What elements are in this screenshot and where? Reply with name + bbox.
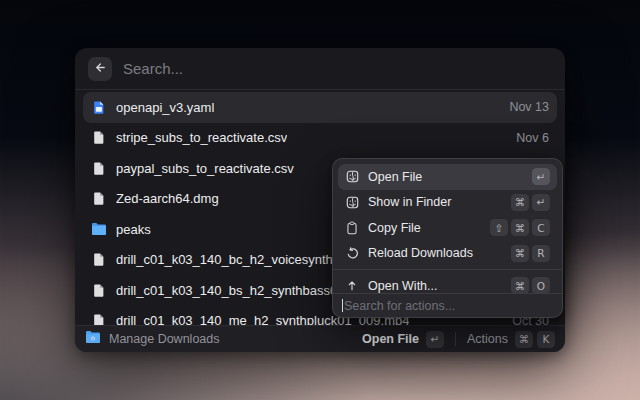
text-caret bbox=[342, 299, 343, 312]
downloads-folder-icon bbox=[85, 330, 101, 348]
menu-item-label: Copy File bbox=[368, 221, 421, 235]
file-name: stripe_subs_to_reactivate.csv bbox=[116, 130, 287, 145]
folder-icon bbox=[91, 221, 107, 237]
shortcut-keycap: R bbox=[532, 245, 550, 262]
statusbar-divider bbox=[455, 332, 456, 346]
file-name: openapi_v3.yaml bbox=[116, 100, 214, 115]
yaml-document-icon bbox=[91, 99, 107, 115]
status-app-label: Manage Downloads bbox=[109, 332, 220, 346]
clipboard-icon bbox=[345, 221, 359, 235]
menu-item-shortcut: ↵ bbox=[532, 168, 550, 185]
reload-icon bbox=[345, 246, 359, 260]
menu-item[interactable]: Show in Finder ⌘↵ bbox=[338, 190, 557, 216]
menu-item[interactable]: Reload Downloads ⌘R bbox=[338, 241, 557, 267]
shortcut-keycap: ⌘ bbox=[511, 219, 529, 236]
search-input[interactable] bbox=[123, 60, 552, 77]
document-icon bbox=[91, 282, 107, 298]
menu-item-shortcut: ⌘O bbox=[511, 277, 550, 293]
open-with-icon bbox=[345, 279, 359, 293]
menu-item[interactable]: Copy File ⇧⌘C bbox=[338, 215, 557, 241]
shortcut-keycap: ↵ bbox=[532, 168, 550, 185]
menu-item[interactable]: Open File ↵ bbox=[338, 164, 557, 190]
back-arrow-icon bbox=[94, 60, 107, 78]
menu-item-shortcut: ⌘R bbox=[511, 245, 550, 262]
shortcut-keycap: O bbox=[532, 277, 550, 293]
file-date: Nov 6 bbox=[516, 131, 549, 145]
file-row[interactable]: stripe_subs_to_reactivate.csv Nov 6 bbox=[83, 123, 557, 154]
menu-item-label: Reload Downloads bbox=[368, 246, 473, 260]
status-bar: Manage Downloads Open File ↵ Actions ⌘K bbox=[75, 325, 565, 352]
menu-item[interactable]: Open With... ⌘O bbox=[338, 273, 557, 293]
search-bar bbox=[75, 48, 565, 90]
shortcut-keycap: C bbox=[532, 219, 550, 236]
shortcut-keycap: ⌘ bbox=[511, 194, 529, 211]
actions-button[interactable]: Actions bbox=[467, 332, 508, 346]
file-name: Zed-aarch64.dmg bbox=[116, 191, 219, 206]
file-row[interactable]: openapi_v3.yaml Nov 13 bbox=[83, 92, 557, 123]
menu-item-label: Open File bbox=[368, 170, 422, 184]
primary-action-label[interactable]: Open File bbox=[362, 332, 419, 346]
document-icon bbox=[91, 130, 107, 146]
shortcut-keycap: ⌘ bbox=[511, 245, 529, 262]
document-icon bbox=[91, 313, 107, 325]
file-name: peaks bbox=[116, 222, 151, 237]
shortcut-keycap: ⇧ bbox=[490, 219, 508, 236]
actions-shortcut: ⌘K bbox=[515, 331, 555, 348]
menu-divider bbox=[333, 269, 562, 270]
file-name: paypal_subs_to_reactivate.csv bbox=[116, 161, 294, 176]
document-icon bbox=[91, 191, 107, 207]
finder-icon bbox=[345, 195, 359, 209]
status-right: Open File ↵ Actions ⌘K bbox=[362, 331, 555, 348]
menu-item-shortcut: ⌘↵ bbox=[511, 194, 550, 211]
document-icon bbox=[91, 252, 107, 268]
actions-menu-list[interactable]: Open File ↵ Show in Finder ⌘↵ Copy File … bbox=[333, 159, 562, 293]
actions-keycap: K bbox=[537, 331, 555, 348]
actions-menu: Open File ↵ Show in Finder ⌘↵ Copy File … bbox=[332, 158, 563, 318]
shortcut-keycap: ↵ bbox=[532, 194, 550, 211]
status-left: Manage Downloads bbox=[85, 330, 220, 348]
file-date: Nov 13 bbox=[509, 100, 549, 114]
menu-item-label: Show in Finder bbox=[368, 195, 451, 209]
finder-icon bbox=[345, 170, 359, 184]
back-button[interactable] bbox=[88, 57, 112, 81]
menu-item-label: Open With... bbox=[368, 279, 437, 293]
menu-item-shortcut: ⇧⌘C bbox=[490, 219, 550, 236]
document-icon bbox=[91, 160, 107, 176]
return-keycap: ↵ bbox=[426, 331, 444, 348]
actions-search-row bbox=[333, 293, 562, 317]
actions-search-input[interactable] bbox=[344, 299, 553, 313]
actions-keycap: ⌘ bbox=[515, 331, 533, 348]
shortcut-keycap: ⌘ bbox=[511, 277, 529, 293]
